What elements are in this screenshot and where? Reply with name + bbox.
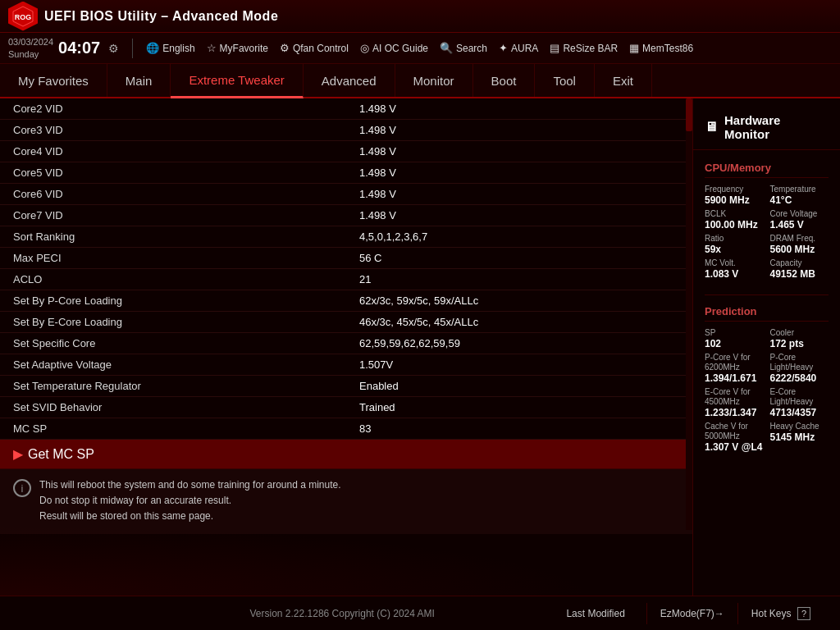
- topbar-qfan-label: Qfan Control: [293, 43, 349, 54]
- table-row[interactable]: Core2 VID1.498 V: [0, 98, 692, 120]
- frequency-value: 5900 MHz: [705, 194, 764, 206]
- mc-volt-item: MC Volt. 1.083 V: [705, 258, 764, 280]
- get-mc-sp-row[interactable]: ▶ Get MC SP: [0, 440, 692, 468]
- capacity-item: Capacity 49152 MB: [770, 258, 829, 280]
- prediction-section: Prediction SP 102 Cooler 172 pts P-Core …: [693, 302, 840, 459]
- nav-item-boot[interactable]: Boot: [473, 64, 536, 97]
- ratio-item: Ratio 59x: [705, 234, 764, 255]
- bclk-label: BCLK: [705, 209, 764, 219]
- nav-item-tool[interactable]: Tool: [535, 64, 595, 97]
- setting-value: 46x/3c, 45x/5c, 45x/ALLc: [346, 312, 692, 333]
- settings-icon[interactable]: ⚙: [108, 42, 119, 55]
- setting-label: MC SP: [0, 418, 346, 440]
- topbar-item-memtest[interactable]: ▦ MemTest86: [629, 42, 693, 54]
- nav-item-exit[interactable]: Exit: [595, 64, 652, 97]
- topbar-resizebar-label: ReSize BAR: [563, 43, 618, 54]
- table-row[interactable]: Core6 VID1.498 V: [0, 184, 692, 205]
- cooler-item: Cooler 172 pts: [770, 328, 829, 349]
- scroll-thumb[interactable]: [686, 98, 692, 131]
- setting-value: 1.507V: [346, 354, 692, 376]
- mc-volt-value: 1.083 V: [705, 268, 764, 280]
- setting-label: Set Temperature Regulator: [0, 376, 346, 397]
- table-row[interactable]: Set By E-Core Loading46x/3c, 45x/5c, 45x…: [0, 312, 692, 333]
- setting-value: 1.498 V: [346, 162, 692, 184]
- pcore-lh-item: P-CoreLight/Heavy 6222/5840: [770, 353, 829, 384]
- table-row[interactable]: Core5 VID1.498 V: [0, 162, 692, 184]
- nav-item-main[interactable]: Main: [107, 64, 171, 97]
- table-row[interactable]: Sort Ranking4,5,0,1,2,3,6,7: [0, 226, 692, 248]
- topbar-item-qfan[interactable]: ⚙ Qfan Control: [280, 42, 349, 54]
- setting-label: Set By P-Core Loading: [0, 290, 346, 312]
- topbar-time: 04:07: [58, 39, 100, 57]
- setting-value: 1.498 V: [346, 141, 692, 162]
- topbar-item-aioc[interactable]: ◎ AI OC Guide: [360, 42, 428, 54]
- setting-value: 4,5,0,1,2,3,6,7: [346, 226, 692, 248]
- sp-item: SP 102: [705, 328, 764, 349]
- cooler-label: Cooler: [770, 328, 829, 338]
- table-row[interactable]: Set Temperature RegulatorEnabled: [0, 376, 692, 397]
- table-row[interactable]: Max PECI56 C: [0, 248, 692, 269]
- table-row[interactable]: Set By P-Core Loading62x/3c, 59x/5c, 59x…: [0, 290, 692, 312]
- table-row[interactable]: MC SP83: [0, 418, 692, 440]
- table-row[interactable]: ACLO21: [0, 269, 692, 290]
- frequency-item: Frequency 5900 MHz: [705, 185, 764, 206]
- last-modified-button[interactable]: Last Modified: [553, 603, 637, 624]
- sidebar-divider: [705, 294, 829, 295]
- nav-item-extreme-tweaker[interactable]: Extreme Tweaker: [171, 64, 303, 98]
- setting-label: Max PECI: [0, 248, 346, 269]
- table-row[interactable]: Set SVID BehaviorTrained: [0, 397, 692, 418]
- search-icon: 🔍: [440, 42, 453, 54]
- sp-label: SP: [705, 328, 764, 338]
- topbar-item-aura[interactable]: ✦ AURA: [499, 42, 538, 54]
- pcore-v-value: 1.394/1.671: [705, 372, 764, 384]
- setting-label: Set By E-Core Loading: [0, 312, 346, 333]
- content-area: Core2 VID1.498 VCore3 VID1.498 VCore4 VI…: [0, 98, 692, 596]
- nav-item-monitor[interactable]: Monitor: [395, 64, 473, 97]
- footer-version: Version 2.22.1286 Copyright (C) 2024 AMI: [131, 608, 553, 619]
- topbar-aura-label: AURA: [511, 43, 538, 54]
- setting-label: Core6 VID: [0, 184, 346, 205]
- scroll-track[interactable]: [686, 98, 692, 530]
- hot-keys-button[interactable]: Hot Keys ?: [737, 603, 824, 624]
- heavy-cache-label: Heavy Cache: [770, 422, 829, 431]
- topbar-item-search[interactable]: 🔍 Search: [440, 42, 487, 54]
- temperature-item: Temperature 41°C: [770, 185, 829, 206]
- hot-keys-icon: ?: [797, 607, 810, 620]
- ratio-value: 59x: [705, 244, 764, 255]
- topbar-item-myfavorite[interactable]: ☆ MyFavorite: [207, 42, 268, 54]
- table-row[interactable]: Core7 VID1.498 V: [0, 205, 692, 226]
- nav-item-favorites[interactable]: My Favorites: [0, 64, 107, 97]
- setting-value: 1.498 V: [346, 98, 692, 120]
- setting-label: Core2 VID: [0, 98, 346, 120]
- topbar-item-language[interactable]: 🌐 English: [146, 42, 194, 54]
- setting-label: Core5 VID: [0, 162, 346, 184]
- table-row[interactable]: Set Adaptive Voltage1.507V: [0, 354, 692, 376]
- setting-value: 83: [346, 418, 692, 440]
- info-box: i This will reboot the system and do som…: [0, 468, 692, 534]
- get-mc-sp-label: Get MC SP: [28, 447, 94, 462]
- heavy-cache-item: Heavy Cache 5145 MHz: [770, 422, 829, 453]
- table-row[interactable]: Set Specific Core62,59,59,62,62,59,59: [0, 333, 692, 354]
- pcore-v-item: P-Core V for6200MHz 1.394/1.671: [705, 353, 764, 384]
- monitor-icon: 🖥: [705, 120, 718, 135]
- sidebar-title-label: Hardware Monitor: [724, 113, 829, 141]
- capacity-label: Capacity: [770, 258, 829, 268]
- ez-mode-button[interactable]: EzMode(F7)→: [646, 603, 737, 624]
- table-row[interactable]: Core3 VID1.498 V: [0, 120, 692, 141]
- rog-icon: ROG: [8, 2, 38, 31]
- cpu-memory-title: CPU/Memory: [705, 162, 829, 178]
- info-line-3: Result will be stored on this same page.: [39, 509, 341, 524]
- topbar-day: Sunday: [8, 48, 53, 60]
- capacity-value: 49152 MB: [770, 268, 829, 280]
- table-row[interactable]: Core4 VID1.498 V: [0, 141, 692, 162]
- setting-label: Core3 VID: [0, 120, 346, 141]
- aioc-icon: ◎: [360, 42, 369, 54]
- nav-item-advanced[interactable]: Advanced: [304, 64, 395, 97]
- setting-value: Enabled: [346, 376, 692, 397]
- header: ROG UEFI BIOS Utility – Advanced Mode: [0, 0, 840, 33]
- prediction-title: Prediction: [705, 305, 829, 322]
- topbar-item-resizebar[interactable]: ▤ ReSize BAR: [550, 42, 618, 54]
- topbar-aioc-label: AI OC Guide: [372, 43, 428, 54]
- cache-v-item: Cache V for5000MHz 1.307 V @L4: [705, 422, 764, 453]
- ecore-lh-item: E-CoreLight/Heavy 4713/4357: [770, 387, 829, 418]
